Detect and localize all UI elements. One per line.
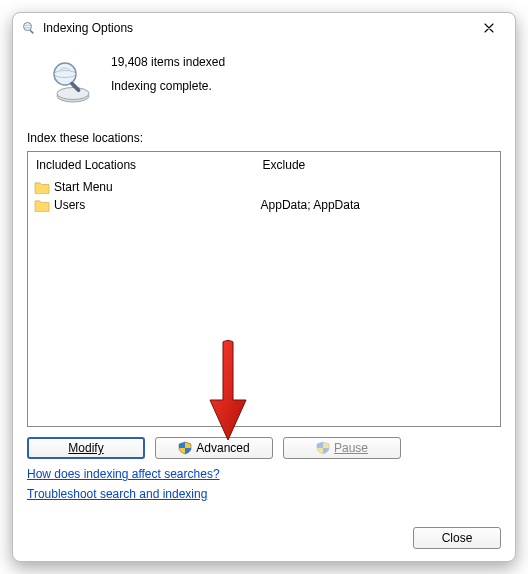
list-item[interactable]: Users <box>34 196 249 214</box>
shield-icon <box>178 441 192 455</box>
titlebar: Indexing Options <box>13 13 515 43</box>
indexing-options-dialog: Indexing Options 19,408 items indexed <box>12 12 516 562</box>
status-area: 19,408 items indexed Indexing complete. <box>27 43 501 119</box>
svg-rect-2 <box>29 29 34 34</box>
pause-button[interactable]: Pause <box>283 437 401 459</box>
close-icon <box>484 23 494 33</box>
close-button[interactable] <box>467 14 511 42</box>
svg-point-4 <box>57 88 89 100</box>
close-dialog-button[interactable]: Close <box>413 527 501 549</box>
section-label: Index these locations: <box>27 131 501 145</box>
dialog-footer: Close <box>27 527 501 549</box>
button-row: Modify Advanced <box>27 437 501 459</box>
svg-point-0 <box>24 23 32 31</box>
app-icon <box>21 20 37 36</box>
location-name: Users <box>54 198 85 212</box>
indexing-state: Indexing complete. <box>111 79 225 95</box>
locations-list: Included Locations Start Menu Users Excl… <box>27 151 501 427</box>
list-item[interactable]: Start Menu <box>34 178 249 196</box>
indexed-count: 19,408 items indexed <box>111 55 225 71</box>
button-label: Close <box>442 531 473 545</box>
svg-point-5 <box>54 63 76 85</box>
location-name: Start Menu <box>54 180 113 194</box>
button-label: Modify <box>68 441 103 455</box>
button-label: Advanced <box>196 441 249 455</box>
modify-button[interactable]: Modify <box>27 437 145 459</box>
included-column: Included Locations Start Menu Users <box>28 152 255 426</box>
folder-icon <box>34 180 50 194</box>
dialog-content: 19,408 items indexed Indexing complete. … <box>13 43 515 561</box>
troubleshoot-link[interactable]: Troubleshoot search and indexing <box>27 487 207 501</box>
magnifier-drive-icon <box>47 57 95 105</box>
window-title: Indexing Options <box>43 21 467 35</box>
included-header: Included Locations <box>34 156 249 178</box>
advanced-button[interactable]: Advanced <box>155 437 273 459</box>
status-text: 19,408 items indexed Indexing complete. <box>111 53 225 102</box>
exclude-column: Exclude AppData; AppData <box>255 152 500 426</box>
help-links: How does indexing affect searches? Troub… <box>27 467 501 507</box>
how-does-indexing-link[interactable]: How does indexing affect searches? <box>27 467 220 481</box>
exclude-header: Exclude <box>261 156 494 178</box>
shield-icon <box>316 441 330 455</box>
exclude-value: AppData; AppData <box>261 196 494 214</box>
button-label: Pause <box>334 441 368 455</box>
exclude-value <box>261 178 494 196</box>
folder-icon <box>34 198 50 212</box>
